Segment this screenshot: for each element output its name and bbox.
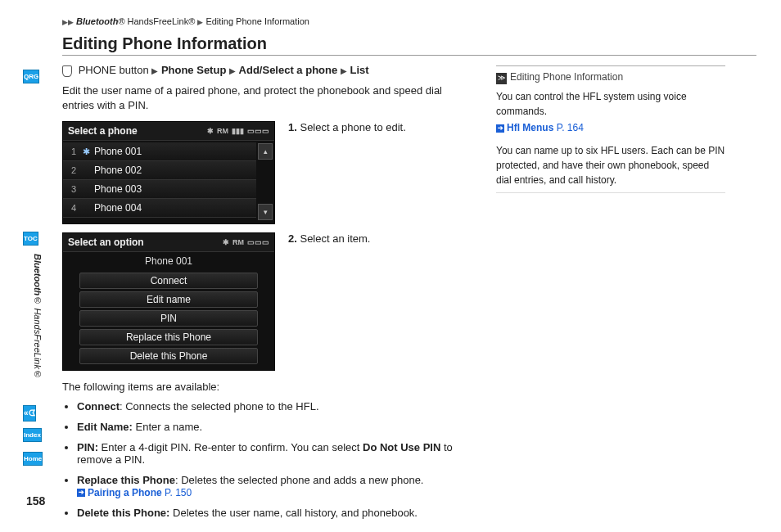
tab-home[interactable]: Home	[23, 452, 43, 466]
side-note-heading: ≫Editing Phone Information	[496, 70, 725, 84]
page-number: 158	[26, 494, 45, 507]
chevron-right-icon: ▶	[197, 18, 203, 26]
step-1: 1. Select a phone to edit.	[288, 121, 406, 133]
link-icon: ➔	[77, 489, 85, 497]
list-item[interactable]: 2 Phone 002	[63, 161, 256, 180]
section-bt: Bluetooth	[33, 254, 43, 295]
available-items-intro: The following items are available:	[62, 379, 472, 395]
tab-voice-commands[interactable]: «ᗧ	[23, 405, 36, 422]
item-pin: PIN: Enter a 4-digit PIN. Re-enter to co…	[77, 441, 472, 466]
option-pin[interactable]: PIN	[79, 310, 258, 327]
chevron-right-icon: ▶	[229, 66, 236, 75]
list-item[interactable]: 3 Phone 003	[63, 180, 256, 199]
side-note: ≫Editing Phone Information You can contr…	[496, 65, 725, 193]
side-note-p1: You can control the HFL system using voi…	[496, 89, 725, 119]
menu-path: PHONE button ▶ Phone Setup ▶ Add/Select …	[62, 64, 472, 77]
option-edit-name[interactable]: Edit name	[79, 291, 258, 308]
item-edit-name: Edit Name: Enter a name.	[77, 421, 472, 433]
scroll-up-button[interactable]: ▴	[258, 143, 273, 160]
breadcrumb: ▶▶ Bluetooth® HandsFreeLink® ▶ Editing P…	[62, 16, 756, 29]
scroll-down-button[interactable]: ▾	[258, 204, 273, 220]
voice-icon: «ᗧ	[24, 408, 35, 417]
status-bar: ✱ RM ▮▮▮ ▭▭▭	[207, 127, 269, 135]
status-bar: ✱ RM ▭▭▭	[223, 238, 269, 246]
chevron-right-icon: ▶	[341, 66, 347, 75]
battery-icon: ▭▭▭	[247, 238, 269, 246]
xref-pairing-a-phone[interactable]: ➔Pairing a Phone P. 150	[77, 487, 192, 498]
tab-index[interactable]: Index	[23, 428, 42, 442]
bluetooth-icon: ✱	[223, 238, 229, 246]
screenshot-select-phone: Select a phone ✱ RM ▮▮▮ ▭▭▭ 1 ✱ Phone 00…	[62, 121, 275, 224]
chevron-right-icon: ▶▶	[62, 18, 74, 26]
item-delete: Delete this Phone: Deletes the user name…	[77, 507, 472, 519]
items-list: Connect: Connects the selected phone to …	[64, 400, 472, 519]
tab-toc[interactable]: TOC	[23, 232, 38, 246]
screenshot-select-option: Select an option ✱ RM ▭▭▭ Phone 001 Conn…	[62, 232, 275, 371]
item-replace: Replace this Phone: Deletes the selected…	[77, 474, 472, 498]
screen-title: Select a phone	[68, 125, 138, 137]
screen-title: Select an option	[68, 237, 144, 248]
item-connect: Connect: Connects the selected phone to …	[77, 400, 472, 413]
side-note-p2: You can name up to six HFL users. Each c…	[496, 143, 725, 187]
bluetooth-icon: ✱	[207, 127, 214, 135]
link-icon: ➔	[496, 124, 504, 133]
phone-button-icon	[62, 65, 72, 77]
xref-hfl-menus[interactable]: ➔Hfl Menus P. 164	[496, 120, 725, 135]
page-title: Editing Phone Information	[62, 34, 756, 56]
signal-icon: ▮▮▮	[232, 127, 244, 135]
option-connect[interactable]: Connect	[79, 273, 258, 289]
option-delete[interactable]: Delete this Phone	[79, 348, 258, 364]
scrollbar[interactable]: ▴ ▾	[258, 143, 273, 220]
option-replace[interactable]: Replace this Phone	[79, 329, 258, 345]
list-item[interactable]: 4 Phone 004	[63, 199, 256, 218]
phone-list: 1 ✱ Phone 001 2 Phone 002 3 Phone	[63, 141, 256, 219]
intro-text: Edit the user name of a paired phone, an…	[62, 83, 472, 113]
section-label: Bluetooth® HandsFreeLink®	[33, 254, 43, 379]
tab-qrg[interactable]: QRG	[23, 70, 39, 83]
step-2: 2. Select an item.	[288, 232, 370, 245]
selected-phone-label: Phone 001	[63, 252, 274, 270]
chevron-right-icon: ▶	[151, 66, 158, 75]
battery-icon: ▭▭▭	[247, 127, 269, 135]
note-icon: ≫	[496, 73, 507, 84]
bluetooth-icon: ✱	[83, 147, 94, 157]
list-item[interactable]: 1 ✱ Phone 001	[63, 142, 256, 161]
